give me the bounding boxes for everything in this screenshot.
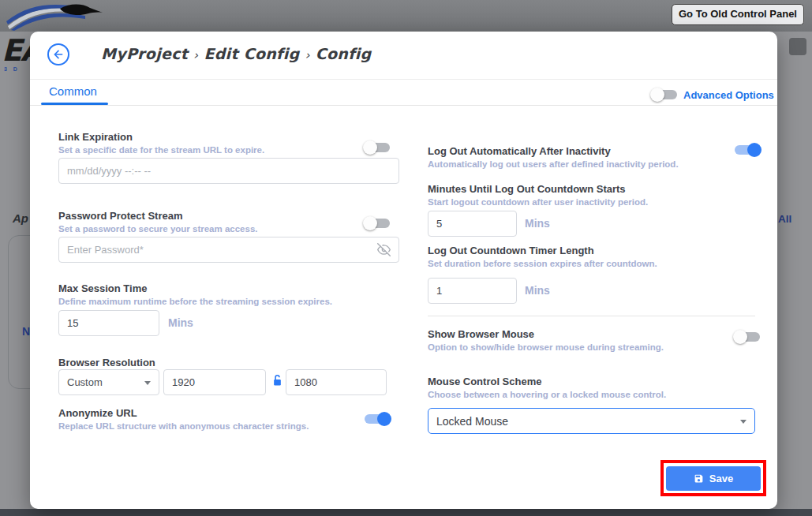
password-input[interactable] bbox=[58, 237, 399, 263]
browser-resolution-label: Browser Resolution bbox=[58, 357, 155, 368]
aspect-lock-button[interactable] bbox=[272, 374, 283, 390]
countdown-start-desc: Start logout countdown after user inacti… bbox=[428, 197, 648, 207]
backdrop-view-all-link: All bbox=[778, 213, 791, 225]
link-expiration-label: Link Expiration bbox=[58, 131, 133, 143]
bottom-bar bbox=[0, 509, 812, 516]
advanced-options-label: Advanced Options bbox=[683, 89, 774, 101]
breadcrumb-separator: › bbox=[305, 48, 309, 62]
link-expiration-input[interactable] bbox=[58, 158, 399, 184]
breadcrumb: MyProject›Edit Config›Config bbox=[101, 45, 371, 62]
anonymize-url-label: Anonymize URL bbox=[58, 407, 137, 419]
backdrop-avatar bbox=[789, 38, 806, 55]
mouse-control-scheme-select[interactable]: Locked Mouse bbox=[428, 408, 755, 434]
max-session-time-input[interactable] bbox=[58, 310, 159, 336]
countdown-length-input[interactable] bbox=[428, 278, 517, 304]
mouse-control-scheme-label: Mouse Control Scheme bbox=[428, 376, 541, 387]
annotation-highlight-box bbox=[660, 460, 766, 496]
password-protect-toggle[interactable] bbox=[363, 216, 391, 230]
resolution-width-input[interactable] bbox=[163, 369, 266, 395]
breadcrumb-edit-config[interactable]: Edit Config bbox=[204, 45, 299, 62]
max-session-time-label: Max Session Time bbox=[58, 282, 147, 294]
link-expiration-desc: Set a specific date for the stream URL t… bbox=[58, 145, 264, 155]
auto-logout-toggle[interactable] bbox=[733, 143, 761, 157]
show-browser-mouse-desc: Option to show/hide browser mouse during… bbox=[428, 342, 664, 352]
max-session-time-unit: Mins bbox=[168, 316, 193, 329]
edit-config-dialog: MyProject›Edit Config›Config Common Adva… bbox=[30, 32, 777, 509]
breadcrumb-project[interactable]: MyProject bbox=[101, 45, 188, 62]
lock-open-icon bbox=[272, 374, 283, 387]
auto-logout-desc: Automatically log out users after define… bbox=[428, 159, 679, 169]
advanced-options-toggle[interactable] bbox=[650, 88, 679, 102]
top-navigation-bar: Go To Old Control Panel bbox=[0, 0, 812, 32]
header-divider bbox=[30, 79, 777, 80]
tab-row-divider bbox=[30, 105, 777, 106]
backdrop-section-heading: Ap bbox=[13, 211, 28, 225]
countdown-start-input[interactable] bbox=[428, 211, 517, 237]
back-button[interactable] bbox=[47, 43, 69, 65]
breadcrumb-separator: › bbox=[193, 48, 198, 62]
show-browser-mouse-toggle[interactable] bbox=[733, 330, 761, 344]
password-protect-desc: Set a password to secure your stream acc… bbox=[58, 224, 257, 234]
section-divider bbox=[428, 316, 755, 316]
backdrop-new-link: N bbox=[22, 325, 30, 338]
countdown-length-label: Log Out Countdown Timer Length bbox=[428, 245, 594, 256]
max-session-time-desc: Define maximum runtime before the stream… bbox=[58, 297, 332, 306]
resolution-preset-select[interactable]: Custom bbox=[58, 369, 159, 395]
countdown-length-desc: Set duration before session expires afte… bbox=[428, 259, 657, 268]
password-protect-label: Password Protect Stream bbox=[58, 210, 183, 222]
countdown-start-unit: Mins bbox=[525, 217, 550, 230]
auto-logout-label: Log Out Automatically After Inactivity bbox=[428, 145, 611, 157]
anonymize-url-toggle[interactable] bbox=[363, 412, 391, 426]
brand-logo-subtext: 3 D bbox=[4, 66, 20, 72]
countdown-start-label: Minutes Until Log Out Countdown Starts bbox=[428, 183, 626, 195]
back-arrow-icon bbox=[52, 48, 65, 61]
chevron-down-icon bbox=[144, 381, 151, 385]
mouse-control-scheme-desc: Choose between a hovering or a locked mo… bbox=[428, 390, 666, 399]
anonymize-url-desc: Replace URL structure with anonymous cha… bbox=[58, 421, 309, 431]
go-to-old-control-panel-button[interactable]: Go To Old Control Panel bbox=[672, 4, 804, 25]
link-expiration-toggle[interactable] bbox=[363, 140, 391, 155]
resolution-height-input[interactable] bbox=[286, 369, 387, 395]
tab-common[interactable]: Common bbox=[49, 84, 97, 98]
eagle-logo-icon bbox=[6, 1, 109, 31]
show-browser-mouse-label: Show Browser Mouse bbox=[428, 328, 534, 340]
toggle-password-visibility-button[interactable] bbox=[377, 243, 391, 260]
eye-off-icon bbox=[377, 243, 391, 256]
breadcrumb-config: Config bbox=[316, 45, 372, 62]
countdown-length-unit: Mins bbox=[525, 284, 550, 297]
chevron-down-icon bbox=[740, 420, 747, 424]
